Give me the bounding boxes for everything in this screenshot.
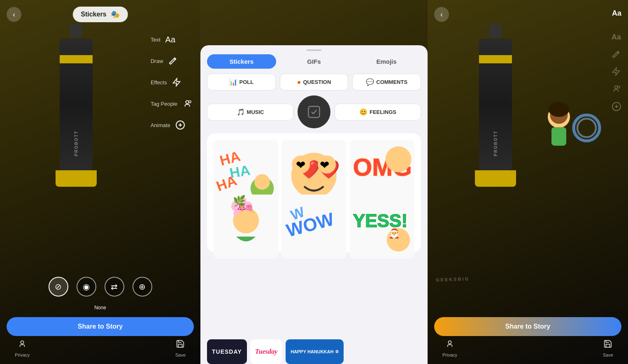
svg-point-4 [21,341,23,344]
sticker-wow[interactable]: WOW W [281,195,346,259]
tab-emojis[interactable]: Emojis [352,54,421,69]
feelings-label: FEELINGS [370,109,396,115]
comments-icon: 💬 [366,78,374,86]
tuesday2-sticker[interactable]: Tuesday [250,339,283,364]
svg-text:❤: ❤ [320,158,329,172]
feelings-button[interactable]: 😊 FEELINGS [335,104,421,121]
svg-point-10 [254,174,270,190]
bottle-body-right: PROBOTT [479,39,512,170]
privacy-icon-left [18,339,27,351]
save-label-left: Save [175,352,186,357]
tool-tag-icon [181,97,194,110]
sticker-types-row2: 🎵 MUSIC 😊 FEELINGS [200,95,428,128]
right-tools: Aa [612,33,621,111]
privacy-label-right: Privacy [442,352,457,357]
svg-rect-33 [551,127,566,146]
bottle-brand: PROBOTT [74,130,79,156]
save-button-left[interactable]: Save [175,339,186,357]
share-to-story-button-right[interactable]: Share to Story [434,317,621,336]
right-top-bar: ‹ Aa [428,0,628,29]
svg-text:YESS!: YESS! [353,211,407,231]
stickers-pill-label: Stickers [81,11,106,18]
filter-none[interactable]: ⊘ [49,277,68,297]
svg-text:🎅: 🎅 [388,228,400,239]
sticker-yess[interactable]: YESS! 🎅 [350,195,414,259]
tool-text[interactable]: Text Aa [151,33,194,46]
tool-tag-people[interactable]: Tag People [151,97,194,110]
tool-animate[interactable]: Animate [151,118,194,132]
bottle-base [56,170,97,187]
aa-icon-right[interactable]: Aa [612,9,621,18]
filter-row: ⊘ ◉ ⇄ ⊕ [7,277,194,297]
privacy-label-left: Privacy [15,352,30,357]
bottle-stripe-right [479,55,512,63]
right-sticker-overlay [529,95,603,174]
svg-point-37 [614,86,617,89]
bottle-base-right [475,170,516,187]
right-bottom-controls: Share to Story Privacy Save [428,311,628,364]
sticker-grid: HA HA HA ❤️ ❤️ ❤ ❤ [207,133,421,253]
filter-none-btn[interactable]: ⊘ [49,277,68,297]
poll-button[interactable]: 📊 POLL [207,74,276,90]
tab-stickers[interactable]: Stickers [207,54,276,69]
tool-text-icon: Aa [164,33,177,46]
left-panel: PROBOTT ‹ Stickers 🎭 Text Aa Draw Effect… [0,0,200,364]
privacy-button-right[interactable]: Privacy [442,339,457,357]
comments-button[interactable]: 💬 COMMENTS [352,74,421,90]
question-label: QUESTION [303,79,331,85]
sticker-sheet: Stickers GIFs Emojis 📊 POLL ● QUESTION 💬… [200,45,428,364]
sticker-flower-girl[interactable]: 🌸 🌷 🌿 [214,195,278,259]
hanukkah-sticker[interactable]: HAPPY HANUKKAH ✡ [286,339,343,364]
svg-text:🌿: 🌿 [233,195,246,207]
svg-point-38 [618,86,620,88]
svg-point-2 [189,101,191,103]
right-tool-effects [612,67,621,76]
bottle-brand-right: PROBOTT [493,130,498,156]
right-tool-tag [612,84,621,93]
filter-zoom-btn[interactable]: ⊕ [133,277,152,297]
music-label: MUSIC [247,109,264,115]
right-tool-draw [612,50,621,59]
question-button[interactable]: ● QUESTION [280,74,349,90]
save-icon-left [176,339,185,351]
filter-label: None [7,305,194,311]
center-panel: Stickers GIFs Emojis 📊 POLL ● QUESTION 💬… [200,0,428,364]
poll-label: POLL [240,79,254,85]
share-to-story-button-left[interactable]: Share to Story [7,317,194,336]
music-button[interactable]: 🎵 MUSIC [207,104,293,121]
save-icon-right [603,339,612,351]
right-footer: Privacy Save [434,339,621,357]
filter-2-btn[interactable]: ◉ [77,277,96,297]
tool-draw[interactable]: Draw [151,54,194,67]
tool-text-label: Text [151,37,160,43]
left-footer: Privacy Save [7,339,194,357]
back-button-right[interactable]: ‹ [434,7,449,22]
svg-rect-5 [309,107,320,118]
stickers-pill[interactable]: Stickers 🎭 [72,7,128,22]
tuesday-sticker[interactable]: TUESDAY [207,339,247,364]
right-overlay [428,0,628,364]
tool-effects-icon [170,76,183,89]
tool-animate-icon [174,118,187,132]
back-button-left[interactable]: ‹ [7,7,21,22]
poll-icon: 📊 [229,78,237,86]
bottle-right: PROBOTT [469,25,522,197]
tool-draw-icon [166,54,179,67]
tool-draw-label: Draw [151,58,163,64]
tool-effects[interactable]: Effects [151,76,194,89]
tool-animate-label: Animate [151,122,170,128]
filter-flip-btn[interactable]: ⇄ [105,277,124,297]
save-label-right: Save [603,352,613,357]
bitmoji-button[interactable] [298,95,330,128]
sticker-tab-row: Stickers GIFs Emojis [200,54,428,69]
svg-marker-0 [173,79,180,86]
tab-gifs[interactable]: GIFs [279,54,349,69]
privacy-button-left[interactable]: Privacy [15,339,30,357]
music-icon: 🎵 [237,108,245,116]
save-button-right[interactable]: Save [603,339,613,357]
left-bottom-controls: ⊘ ◉ ⇄ ⊕ None Share to Story Privacy [0,270,200,364]
svg-point-24 [235,210,256,231]
sticker-grid-container: HA HA HA ❤️ ❤️ ❤ ❤ [200,133,428,334]
right-tool-animate [612,102,621,111]
left-tools: Text Aa Draw Effects Tag People [151,33,194,132]
